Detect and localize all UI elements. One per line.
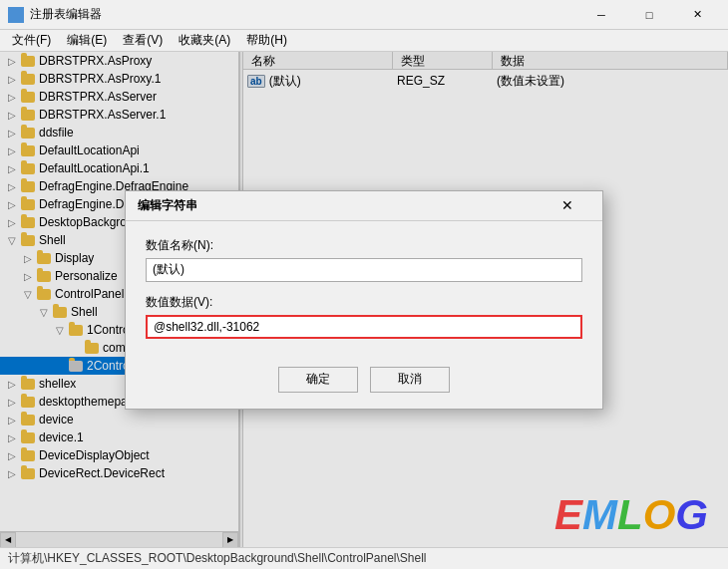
minimize-button[interactable]: ─ bbox=[578, 0, 624, 30]
cancel-button[interactable]: 取消 bbox=[370, 367, 450, 393]
window-controls: ─ □ ✕ bbox=[578, 0, 720, 30]
window-title: 注册表编辑器 bbox=[30, 6, 578, 23]
data-label: 数值数据(V): bbox=[146, 294, 582, 311]
main-area: ▷ DBRSTPRX.AsProxy ▷ DBRSTPRX.AsProxy.1 … bbox=[0, 52, 728, 547]
menu-edit[interactable]: 编辑(E) bbox=[59, 30, 115, 51]
app-icon bbox=[8, 7, 24, 23]
menu-help[interactable]: 帮助(H) bbox=[238, 30, 295, 51]
menu-file[interactable]: 文件(F) bbox=[4, 30, 59, 51]
menu-favorites[interactable]: 收藏夹(A) bbox=[171, 30, 238, 51]
menu-bar: 文件(F) 编辑(E) 查看(V) 收藏夹(A) 帮助(H) bbox=[0, 30, 728, 52]
status-bar: 计算机\HKEY_CLASSES_ROOT\DesktopBackground\… bbox=[0, 547, 728, 569]
svg-rect-1 bbox=[17, 9, 22, 14]
menu-view[interactable]: 查看(V) bbox=[115, 30, 171, 51]
dialog-overlay: 编辑字符串 ✕ 数值名称(N): 数值数据(V): 确定 取消 bbox=[0, 52, 728, 547]
svg-rect-2 bbox=[10, 16, 15, 21]
dialog-title: 编辑字符串 bbox=[138, 197, 545, 214]
svg-rect-3 bbox=[17, 16, 22, 21]
ok-button[interactable]: 确定 bbox=[278, 367, 358, 393]
title-bar: 注册表编辑器 ─ □ ✕ bbox=[0, 0, 728, 30]
svg-rect-0 bbox=[10, 9, 15, 14]
status-text: 计算机\HKEY_CLASSES_ROOT\DesktopBackground\… bbox=[8, 550, 427, 567]
value-data-input[interactable] bbox=[146, 315, 582, 339]
dialog-buttons: 确定 取消 bbox=[146, 367, 582, 393]
maximize-button[interactable]: □ bbox=[626, 0, 672, 30]
close-button[interactable]: ✕ bbox=[674, 0, 720, 30]
dialog-body: 数值名称(N): 数值数据(V): 确定 取消 bbox=[126, 221, 602, 409]
name-label: 数值名称(N): bbox=[146, 237, 582, 254]
dialog-close-button[interactable]: ✕ bbox=[545, 190, 590, 220]
value-name-input[interactable] bbox=[146, 258, 582, 282]
dialog-title-bar: 编辑字符串 ✕ bbox=[126, 191, 602, 221]
edit-string-dialog: 编辑字符串 ✕ 数值名称(N): 数值数据(V): 确定 取消 bbox=[125, 190, 603, 410]
